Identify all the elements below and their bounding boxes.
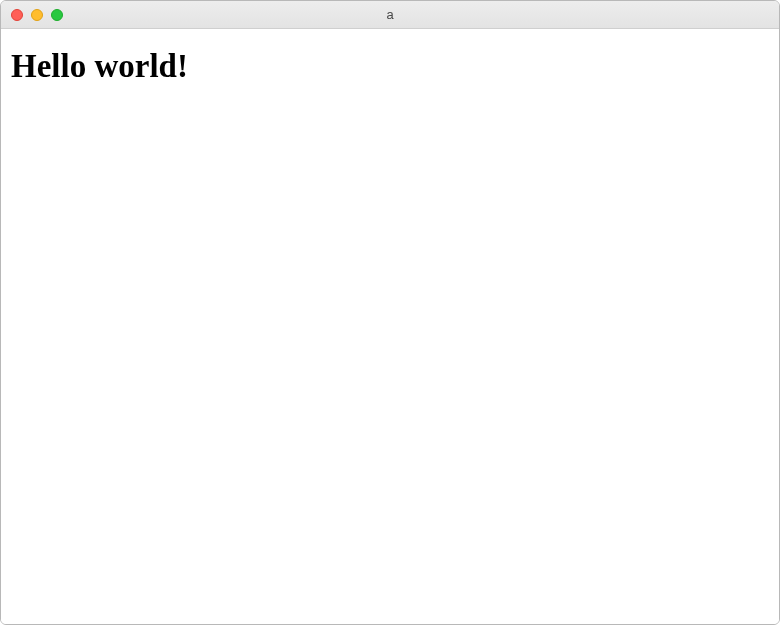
minimize-button[interactable] xyxy=(31,9,43,21)
zoom-button[interactable] xyxy=(51,9,63,21)
content-area: Hello world! xyxy=(1,29,779,624)
traffic-lights xyxy=(1,1,63,28)
titlebar[interactable]: a xyxy=(1,1,779,29)
window-title: a xyxy=(1,7,779,22)
app-window: a Hello world! xyxy=(0,0,780,625)
close-button[interactable] xyxy=(11,9,23,21)
page-heading: Hello world! xyxy=(11,47,769,87)
